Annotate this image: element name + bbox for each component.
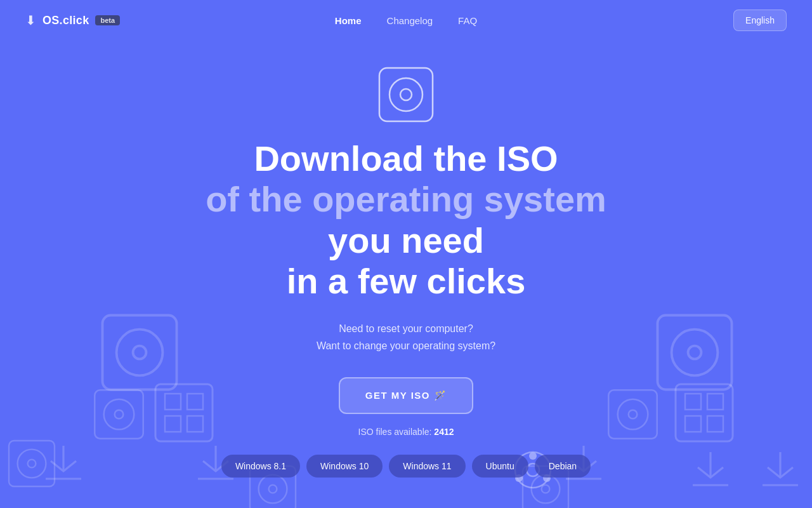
hero-title-line3: you need	[206, 220, 606, 261]
hero-title-line1: Download the ISO	[206, 138, 606, 179]
get-iso-button[interactable]: GET MY ISO 🪄	[339, 377, 473, 414]
hero-subtitle: Need to reset your computer? Want to cha…	[317, 320, 495, 354]
hero-disc-icon	[377, 66, 435, 123]
language-button[interactable]: English	[733, 10, 787, 31]
nav-link-home[interactable]: Home	[335, 15, 362, 26]
navbar: ⬇ OS.click beta Home Changelog FAQ Engli…	[0, 0, 812, 41]
os-tag-windows81[interactable]: Windows 8.1	[221, 455, 300, 478]
os-tag-windows10[interactable]: Windows 10	[306, 455, 383, 478]
download-icon: ⬇	[25, 13, 36, 28]
nav-link-changelog[interactable]: Changelog	[387, 15, 433, 26]
os-tag-debian[interactable]: Debian	[535, 455, 591, 478]
logo[interactable]: ⬇ OS.click beta	[25, 13, 120, 28]
beta-badge: beta	[95, 15, 120, 25]
os-tag-ubuntu[interactable]: Ubuntu	[472, 455, 528, 478]
logo-text: OS.click	[43, 14, 89, 27]
hero-subtitle-line2: Want to change your operating system?	[317, 340, 495, 351]
os-tags-list: Windows 8.1 Windows 10 Windows 11 Ubuntu…	[221, 455, 591, 478]
svg-rect-46	[379, 68, 433, 121]
nav-links: Home Changelog FAQ	[335, 15, 477, 26]
hero-title-line2: of the operating system	[206, 179, 606, 220]
iso-count-text: ISO files available: 2412	[358, 427, 454, 437]
iso-count-number: 2412	[434, 427, 454, 437]
hero-title: Download the ISO of the operating system…	[206, 138, 606, 302]
iso-count-prefix: ISO files available:	[358, 427, 432, 437]
hero-section: Download the ISO of the operating system…	[0, 41, 812, 478]
svg-point-47	[390, 78, 422, 111]
hero-subtitle-line1: Need to reset your computer?	[339, 323, 473, 334]
os-tag-windows11[interactable]: Windows 11	[389, 455, 465, 478]
hero-title-line4: in a few clicks	[206, 261, 606, 302]
svg-point-36	[259, 475, 287, 504]
svg-point-37	[269, 485, 277, 493]
nav-link-faq[interactable]: FAQ	[458, 15, 477, 26]
svg-point-48	[400, 89, 412, 100]
